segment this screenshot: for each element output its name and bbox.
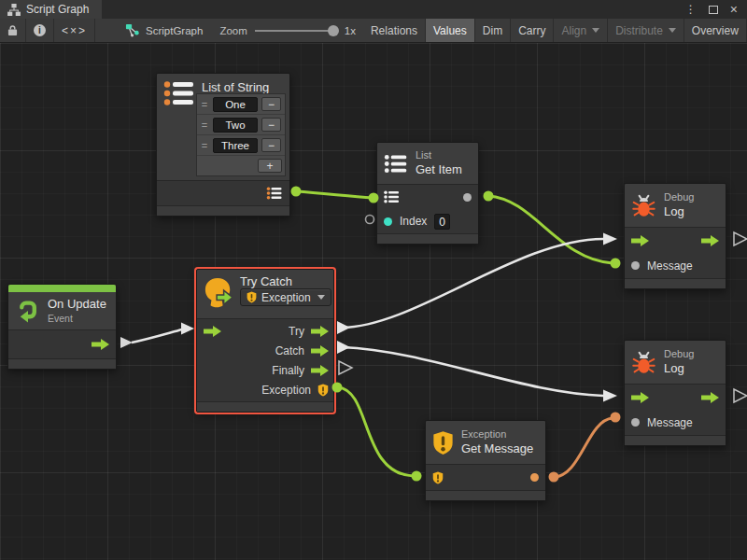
node-debug-log-top[interactable]: Debug Log Message xyxy=(624,183,726,289)
event-indicator-strip xyxy=(8,285,116,292)
carry-button[interactable]: Carry xyxy=(511,19,554,42)
finally-output-port[interactable] xyxy=(311,365,329,376)
flow-input-port[interactable] xyxy=(204,326,221,337)
node-title: List of String xyxy=(202,80,269,94)
maximize-icon[interactable] xyxy=(709,6,718,14)
list-item-input[interactable] xyxy=(213,97,258,112)
remove-item-button[interactable]: − xyxy=(261,97,281,111)
node-get-item[interactable]: List Get Item Index 0 xyxy=(376,142,479,245)
exception-type-dropdown[interactable]: Exception xyxy=(240,288,331,306)
port-label-exception: Exception xyxy=(261,384,311,397)
zoom-value: 1x xyxy=(345,25,356,36)
node-footer xyxy=(377,234,478,244)
dropdown-label: Exception xyxy=(261,291,311,304)
lock-button[interactable] xyxy=(0,19,26,42)
tab-script-graph[interactable]: Script Graph xyxy=(0,0,102,19)
overview-button[interactable]: Overview xyxy=(684,19,747,42)
list-items-panel: = − = − = − + xyxy=(196,93,286,176)
drag-handle-icon[interactable]: = xyxy=(200,140,209,151)
lock-icon xyxy=(7,24,18,36)
bug-icon xyxy=(631,193,656,218)
zoom-label: Zoom xyxy=(219,25,247,36)
message-output-port[interactable] xyxy=(530,473,539,482)
list-item-row: = − xyxy=(197,135,285,156)
node-footer xyxy=(426,491,545,500)
flow-input-port[interactable] xyxy=(631,392,649,403)
flow-output-port[interactable] xyxy=(701,392,719,403)
node-footer xyxy=(157,206,289,216)
message-input-port[interactable] xyxy=(631,418,640,427)
warning-shield-icon xyxy=(432,430,454,455)
try-catch-icon xyxy=(204,276,233,310)
node-title: Get Item xyxy=(416,162,462,177)
exception-input-port[interactable] xyxy=(432,471,444,484)
zoom-slider-handle[interactable] xyxy=(328,25,339,36)
try-output-port[interactable] xyxy=(311,326,329,337)
bug-icon xyxy=(631,350,656,375)
node-footer xyxy=(197,402,333,412)
flow-output-port[interactable] xyxy=(701,235,719,246)
node-list-of-string[interactable]: List of String = − = − = − xyxy=(156,73,290,217)
node-debug-log-bottom[interactable]: Debug Log Message xyxy=(624,340,726,446)
graph-hierarchy-icon xyxy=(7,4,21,16)
message-input-port[interactable] xyxy=(631,261,640,270)
node-title: Log xyxy=(664,361,694,376)
list-item-input[interactable] xyxy=(213,118,258,133)
port-label-catch: Catch xyxy=(275,344,304,357)
close-icon[interactable]: × xyxy=(730,3,738,16)
chevron-down-icon xyxy=(669,28,676,33)
toolbar-buttons: Relations Values Dim Carry Align Distrib… xyxy=(363,19,747,42)
list-item-row: = − xyxy=(197,115,285,135)
zoom-slider[interactable] xyxy=(255,30,337,32)
exception-output-port[interactable] xyxy=(317,384,329,397)
title-bar: Script Graph ⋮ × xyxy=(0,0,747,19)
remove-item-button[interactable]: − xyxy=(261,138,281,152)
remove-item-button[interactable]: − xyxy=(261,118,281,132)
node-category: List xyxy=(416,149,462,162)
list-output-port[interactable] xyxy=(266,187,283,200)
list-item-row: = − xyxy=(197,94,285,115)
node-footer xyxy=(625,279,726,288)
list-icon xyxy=(163,80,195,109)
drag-handle-icon[interactable]: = xyxy=(200,99,209,110)
code-toggle-label: <×> xyxy=(62,24,87,37)
message-label: Message xyxy=(647,259,693,273)
node-on-update[interactable]: On Update Event xyxy=(7,284,117,370)
window-menu-icon[interactable]: ⋮ xyxy=(685,4,697,15)
node-footer xyxy=(8,359,116,369)
flow-input-port[interactable] xyxy=(631,235,649,246)
graph-canvas[interactable]: List of String = − = − = − xyxy=(0,43,747,560)
relations-button[interactable]: Relations xyxy=(363,19,426,42)
node-try-catch[interactable]: Try Catch Exception Try Catch Finally xyxy=(196,269,334,413)
info-icon: i xyxy=(34,24,46,36)
drag-handle-icon[interactable]: = xyxy=(200,119,209,131)
index-input-port[interactable] xyxy=(384,217,392,226)
distribute-button[interactable]: Distribute xyxy=(608,19,684,42)
node-title: Log xyxy=(664,204,694,219)
breadcrumb-label: ScriptGraph xyxy=(146,25,203,36)
port-label-finally: Finally xyxy=(272,364,304,377)
node-title: Try Catch xyxy=(240,274,292,288)
item-output-port[interactable] xyxy=(463,193,472,202)
index-label: Index xyxy=(400,215,427,228)
code-preview-button[interactable]: <×> xyxy=(54,19,95,42)
list-icon xyxy=(384,154,408,174)
add-item-button[interactable]: + xyxy=(258,159,282,173)
node-title: Get Message xyxy=(461,441,533,456)
align-button[interactable]: Align xyxy=(554,19,608,42)
flow-output-port[interactable] xyxy=(92,339,109,350)
breadcrumb[interactable]: ScriptGraph xyxy=(116,19,212,42)
node-get-message[interactable]: Exception Get Message xyxy=(425,420,546,501)
list-item-input[interactable] xyxy=(213,138,258,153)
catch-output-port[interactable] xyxy=(311,345,329,357)
index-value-field[interactable]: 0 xyxy=(434,214,450,230)
node-subtitle: Event xyxy=(48,313,106,325)
warning-shield-icon xyxy=(247,291,257,303)
inspect-button[interactable]: i xyxy=(26,19,54,42)
list-input-port[interactable] xyxy=(384,190,400,203)
port-label-try: Try xyxy=(289,325,304,338)
values-button[interactable]: Values xyxy=(426,19,475,42)
update-loop-icon xyxy=(15,299,40,324)
script-graph-icon xyxy=(125,23,140,37)
dim-button[interactable]: Dim xyxy=(475,19,511,42)
